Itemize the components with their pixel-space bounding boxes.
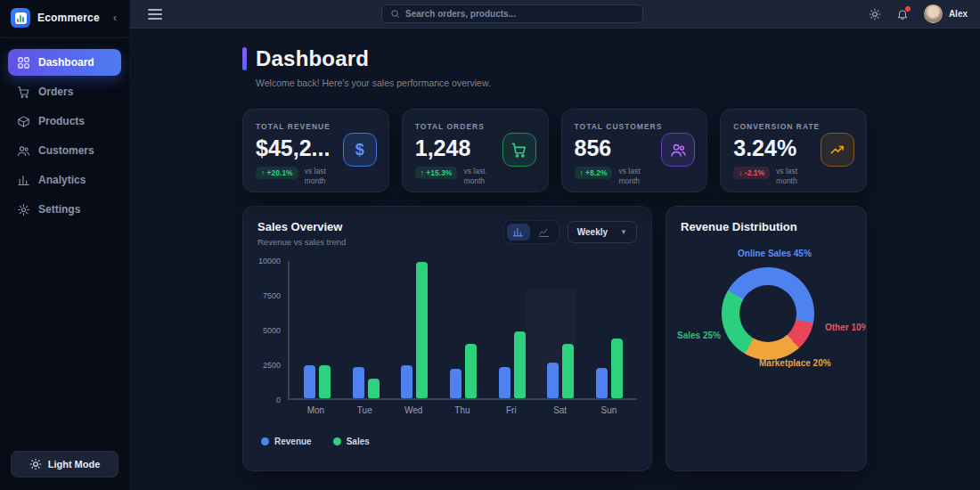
stat-card-total-customers: TOTAL CUSTOMERS856↑ +8.2%vs last month	[561, 109, 708, 192]
chart-icon	[17, 174, 30, 187]
y-tick: 5000	[263, 326, 281, 335]
stat-label: TOTAL ORDERS	[415, 122, 535, 131]
bar-sales-mon[interactable]	[319, 365, 331, 398]
stat-value: 1,248	[415, 135, 504, 161]
bar-revenue-thu[interactable]	[450, 369, 461, 398]
bar-revenue-sun[interactable]	[596, 368, 608, 398]
stat-value: 3.24%	[733, 135, 822, 161]
light-mode-button[interactable]: Light Mode	[11, 451, 118, 478]
cart-icon	[502, 133, 536, 167]
stat-change-badge: ↓ -2.1%	[733, 167, 770, 179]
sidebar-item-products[interactable]: Products	[8, 108, 121, 135]
bar-sales-sun[interactable]	[611, 339, 623, 398]
x-tick: Sun	[595, 405, 622, 415]
theme-toggle-icon[interactable]	[869, 8, 881, 20]
search-icon	[390, 9, 400, 19]
stat-label: TOTAL CUSTOMERS	[575, 122, 695, 131]
stat-change-badge: ↑ +8.2%	[575, 167, 613, 179]
chart-legend: RevenueSales	[261, 437, 637, 446]
sidebar-item-dashboard[interactable]: Dashboard	[8, 49, 121, 76]
bar-group-tue[interactable]	[353, 367, 380, 398]
bar-group-mon[interactable]	[304, 365, 331, 398]
stat-change-badge: ↑ +15.3%	[415, 167, 458, 179]
bar-group-sat[interactable]	[547, 344, 574, 398]
donut-label-online-sales: Online Sales 45%	[738, 249, 812, 258]
legend-item-sales[interactable]: Sales	[333, 437, 370, 446]
y-tick: 10000	[258, 257, 281, 265]
main-content: Dashboard Welcome back! Here's your sale…	[130, 29, 980, 490]
sidebar-item-orders[interactable]: Orders	[8, 78, 121, 105]
search-input[interactable]	[405, 9, 634, 19]
sidebar-item-label: Orders	[38, 86, 73, 98]
legend-label: Sales	[347, 437, 370, 446]
donut-hole	[739, 285, 796, 342]
app-logo-icon	[11, 8, 30, 28]
plot-area	[288, 261, 637, 400]
bar-chart-icon[interactable]	[507, 224, 530, 241]
bar-chart: 025005000750010000	[257, 261, 637, 400]
sidebar-item-analytics[interactable]: Analytics	[8, 167, 121, 193]
sidebar-item-label: Analytics	[38, 174, 86, 186]
logo-row: Ecommerce ‹	[0, 0, 129, 36]
bar-revenue-sat[interactable]	[547, 363, 559, 398]
legend-dot	[261, 437, 269, 445]
chart-type-toggle	[503, 220, 559, 244]
notification-badge	[905, 6, 911, 12]
period-select-value: Weekly	[577, 227, 608, 237]
bar-group-fri[interactable]	[499, 331, 526, 398]
search-box[interactable]	[381, 4, 643, 23]
user-menu[interactable]: Alex	[924, 4, 968, 23]
bar-revenue-fri[interactable]	[499, 367, 510, 398]
legend-item-revenue[interactable]: Revenue	[261, 437, 312, 446]
bar-sales-fri[interactable]	[514, 331, 526, 398]
stat-label: TOTAL REVENUE	[256, 122, 376, 131]
sun-icon	[29, 458, 42, 470]
sidebar-item-label: Dashboard	[38, 56, 94, 69]
notifications-bell-icon[interactable]	[896, 8, 909, 20]
period-select[interactable]: Weekly ▼	[568, 221, 637, 243]
donut-label-sales: Sales 25%	[677, 331, 721, 340]
bar-group-sun[interactable]	[596, 339, 623, 398]
bar-revenue-tue[interactable]	[353, 367, 364, 398]
page-subtitle: Welcome back! Here's your sales performa…	[256, 78, 867, 88]
sidebar-collapse-icon[interactable]: ‹	[113, 12, 118, 24]
sidebar-item-label: Settings	[38, 203, 80, 216]
bar-group-wed[interactable]	[401, 262, 428, 398]
bar-sales-wed[interactable]	[416, 262, 428, 398]
menu-icon[interactable]	[148, 9, 162, 20]
y-tick: 2500	[263, 361, 281, 370]
donut-card-title: Revenue Distribution	[681, 220, 852, 233]
users-icon	[661, 133, 695, 167]
grid-icon	[17, 56, 30, 69]
sidebar-item-settings[interactable]: Settings	[8, 196, 121, 223]
sidebar-item-customers[interactable]: Customers	[8, 137, 121, 164]
x-tick: Mon	[302, 405, 329, 415]
light-mode-label: Light Mode	[48, 459, 101, 470]
bar-revenue-wed[interactable]	[401, 365, 412, 398]
y-tick: 0	[276, 396, 281, 404]
stat-note: vs last month	[305, 167, 346, 186]
user-name: Alex	[949, 9, 968, 19]
bar-sales-thu[interactable]	[465, 344, 477, 398]
page-title: Dashboard	[256, 46, 369, 71]
revenue-distribution-card: Revenue Distribution Online Sales 45%Oth…	[666, 206, 867, 471]
bar-revenue-mon[interactable]	[304, 365, 315, 398]
bar-sales-tue[interactable]	[368, 379, 380, 398]
gear-icon	[17, 203, 30, 216]
line-chart-icon[interactable]	[533, 224, 556, 241]
legend-label: Revenue	[274, 437, 312, 446]
donut-chart[interactable]	[722, 267, 814, 360]
box-icon	[17, 115, 30, 128]
divider	[0, 37, 129, 38]
chevron-down-icon: ▼	[620, 228, 627, 236]
donut-label-other: Other 10%	[825, 323, 867, 332]
stat-change-badge: ↑ +20.1%	[256, 167, 298, 179]
stat-label: CONVERSION RATE	[733, 122, 853, 131]
cart-icon	[17, 86, 30, 99]
app-title: Ecommerce	[37, 12, 106, 24]
title-accent-bar	[242, 47, 247, 70]
bar-group-thu[interactable]	[450, 344, 477, 398]
bar-sales-sat[interactable]	[562, 344, 574, 398]
legend-dot	[333, 437, 341, 445]
x-axis: MonTueWedThuFriSatSun	[288, 405, 637, 415]
